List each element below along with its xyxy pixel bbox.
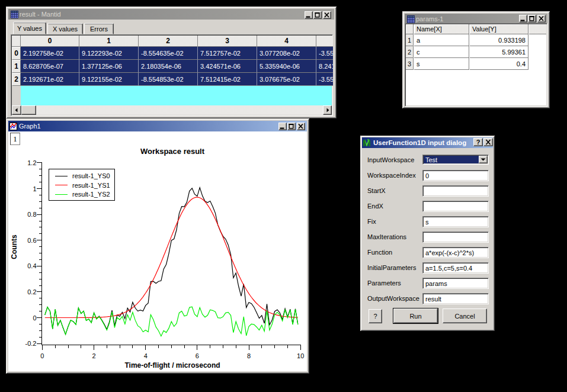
svg-text:Time-of-flight / microsecond: Time-of-flight / microsecond	[124, 361, 220, 369]
svg-text:0: 0	[40, 352, 44, 359]
svg-text:-0.2: -0.2	[25, 340, 37, 347]
svg-text:10: 10	[297, 352, 304, 359]
svg-text:8: 8	[247, 352, 251, 359]
svg-text:Workspace result: Workspace result	[140, 147, 205, 156]
svg-text:0.8: 0.8	[27, 211, 36, 218]
svg-text:result-1_YS2: result-1_YS2	[72, 191, 110, 198]
svg-text:6: 6	[196, 352, 199, 359]
svg-text:result-1_YS0: result-1_YS0	[72, 172, 110, 179]
svg-text:0.4: 0.4	[27, 262, 36, 269]
svg-text:0.6: 0.6	[27, 237, 36, 244]
svg-text:0.2: 0.2	[27, 288, 36, 295]
svg-text:1: 1	[33, 185, 36, 192]
svg-text:4: 4	[144, 352, 148, 359]
svg-text:0: 0	[33, 314, 36, 322]
svg-text:2: 2	[92, 352, 96, 359]
svg-text:1.2: 1.2	[27, 159, 36, 166]
svg-text:result-1_YS1: result-1_YS1	[72, 182, 110, 189]
svg-text:Counts: Counts	[10, 234, 18, 259]
